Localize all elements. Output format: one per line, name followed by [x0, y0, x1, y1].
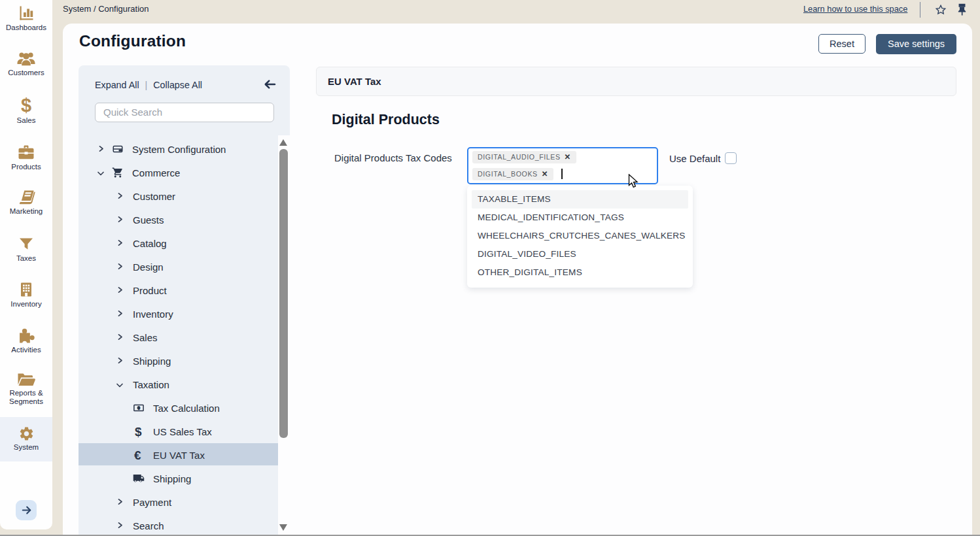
svg-text:$: $	[138, 407, 140, 410]
